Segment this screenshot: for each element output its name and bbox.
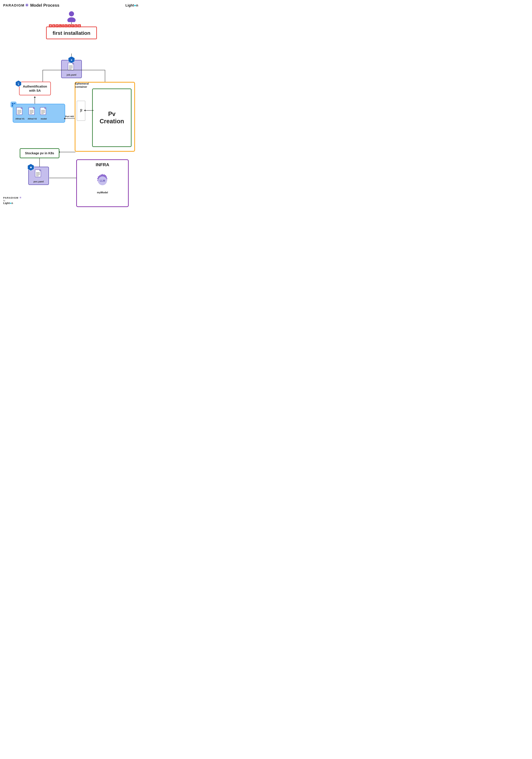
auth-box: Authentificationwith SA — [19, 82, 51, 95]
llm-gear-svg: LLM — [94, 172, 111, 189]
pvc-yaml-label: pvc.yaml — [30, 180, 47, 183]
my-model-gear: LLM myModel — [94, 172, 111, 194]
ephemeral-label: Ephemeral container — [75, 82, 89, 89]
replicated-l: L — [59, 24, 62, 27]
replicated-e2: E — [74, 24, 78, 27]
replicated-c: C — [64, 24, 67, 27]
paradigm-text: PARADIGM — [3, 3, 24, 8]
k8s-icon-job: ⎈ — [68, 56, 75, 64]
paradigm-star-icon: ✳ — [25, 3, 29, 8]
replicated-d: D — [78, 24, 81, 27]
replicated-p: P — [56, 24, 58, 27]
arrow-left-dl — [84, 109, 86, 111]
person-svg — [67, 11, 76, 22]
lighton-logo: Light●n — [125, 3, 138, 8]
footer-by-label: by — [3, 199, 5, 202]
replicated-a: A — [68, 24, 71, 27]
pv-creation-box: PvCreation — [92, 89, 132, 147]
header: PARADIGM ✳ Model Process Light●n — [0, 0, 143, 9]
svg-text:LLM: LLM — [100, 180, 105, 182]
dl-text: DL — [80, 109, 83, 112]
lighton-accent: ● — [134, 3, 136, 7]
footer-paradigm: PARADIGM ✳ — [3, 196, 21, 199]
model-item: model — [40, 107, 48, 120]
alfred-box: Alfred V1 Alfred V2 — [13, 104, 65, 123]
svg-text:⎈: ⎈ — [71, 59, 72, 61]
replicated-r: R — [49, 24, 52, 27]
k8s-api-icon: api ⎈ — [15, 80, 22, 88]
my-model-label: myModel — [94, 191, 111, 194]
stockage-box: Stockage pv in K8s — [20, 148, 59, 158]
header-left: PARADIGM ✳ Model Process — [3, 3, 59, 8]
page-title: Model Process — [30, 3, 59, 8]
arrow-ephemeral-to-stockage — [59, 152, 75, 152]
replicated-e: E — [52, 24, 55, 27]
port-443-label: Port 443 — [65, 115, 74, 118]
first-installation-box: R E P L I C A T E D first installation — [46, 26, 97, 39]
replicated-i: I — [62, 24, 64, 27]
svg-text:⎈: ⎈ — [30, 166, 32, 169]
arrow-auth-alfred — [35, 98, 35, 104]
alfred-docs: Alfred V1 Alfred V2 — [16, 107, 48, 120]
job-yaml-label: job.yaml — [63, 73, 80, 76]
model-label: model — [40, 118, 48, 120]
infra-label: INFRA — [95, 162, 109, 167]
alfred-v1-label: Alfred V1 — [16, 118, 24, 120]
pvc-yaml-doc-icon — [35, 169, 42, 179]
auth-text: Authentificationwith SA — [22, 84, 48, 93]
k8s-icon-pvc: ⎈ — [27, 164, 35, 172]
replicated-badge: R E P L I C A T E D — [49, 24, 81, 27]
alfred-v2-item: Alfred V2 — [28, 107, 37, 120]
arrow-stockage-to-pvc — [39, 158, 40, 167]
alfred-v1-item: Alfred V1 — [16, 107, 24, 120]
paradigm-logo: PARADIGM ✳ — [3, 3, 29, 8]
pv-creation-text: PvCreation — [99, 110, 124, 125]
alfred-v2-label: Alfred V2 — [28, 118, 37, 120]
infra-box: INFRA LLM myModel — [76, 159, 129, 207]
arrow-left — [64, 118, 65, 119]
line-job-right-vert — [105, 70, 105, 83]
footer-star-icon: ✳ — [19, 196, 21, 199]
first-installation-text: first installation — [50, 30, 93, 36]
footer: PARADIGM ✳ by Light●n — [3, 196, 21, 205]
arrow-up — [34, 96, 36, 98]
footer-lighton-accent: ● — [10, 202, 12, 205]
stockage-text: Stockage pv in K8s — [22, 151, 57, 155]
arrow-dl-pv — [85, 110, 92, 111]
line-job-right — [68, 70, 105, 70]
port-443-arrow — [65, 118, 76, 119]
line-job-left — [43, 70, 68, 70]
main-diagram: R E P L I C A T E D first installation ⎈ — [3, 9, 140, 210]
svg-text:⎈: ⎈ — [18, 84, 19, 86]
footer-paradigm-text: PARADIGM — [3, 196, 19, 199]
person-icon — [67, 11, 76, 23]
svg-point-1 — [67, 17, 76, 22]
replicated-t: T — [71, 24, 74, 27]
footer-lighton: Light●n — [3, 202, 13, 205]
svg-point-0 — [69, 11, 74, 17]
